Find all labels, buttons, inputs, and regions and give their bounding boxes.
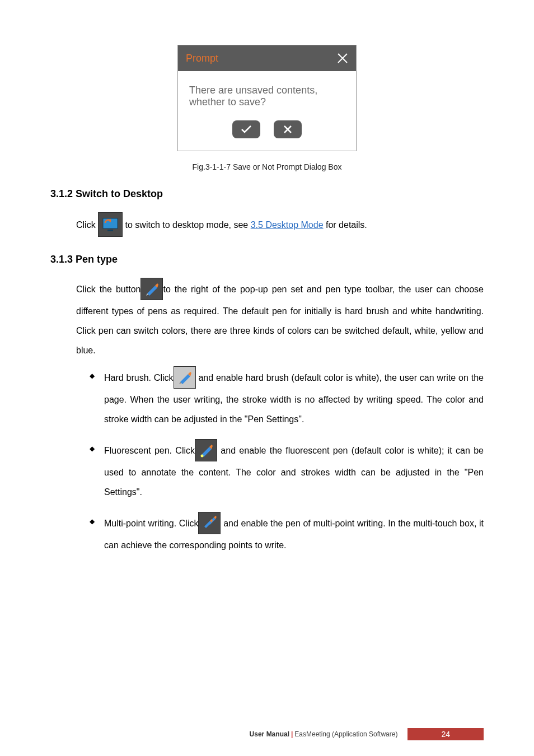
footer-divider: | <box>291 730 293 738</box>
switch-desktop-icon[interactable] <box>98 212 123 237</box>
text-312-end: for details. <box>326 220 367 230</box>
dialog-message-line2: whether to save? <box>189 96 345 108</box>
cancel-button[interactable] <box>274 120 302 138</box>
heading-312: 3.1.2 Switch to Desktop <box>50 188 484 200</box>
close-icon[interactable] <box>335 50 350 66</box>
figure-caption: Fig.3-1-1-7 Save or Not Prompt Dialog Bo… <box>50 162 484 171</box>
svg-rect-1 <box>107 230 113 231</box>
bullet-hard-brush: Hard brush. Click and enable hard brush … <box>90 367 484 429</box>
bullet-fluorescent: Fluorescent pen. Click and enable the fl… <box>90 440 484 502</box>
text-312-pre: Click <box>76 220 98 230</box>
prompt-dialog: Prompt There are unsaved contents, wheth… <box>177 45 357 151</box>
bullet-hard-brush-pre: Hard brush. Click <box>104 373 174 382</box>
text-312-post: to switch to desktop mode, see <box>125 220 251 230</box>
fluorescent-pen-icon[interactable] <box>195 439 217 461</box>
heading-313: 3.1.3 Pen type <box>50 254 484 265</box>
dialog-title: Prompt <box>186 53 218 64</box>
paragraph-312: Click to switch to desktop mode, see 3.5… <box>76 213 484 238</box>
bullet-fluorescent-pre: Fluorescent pen. Click <box>104 446 195 455</box>
text-313-intro-post: to the right of the pop-up pen set and p… <box>76 284 484 355</box>
bullet-multipoint-pre: Multi-point writing. Click <box>104 519 198 529</box>
page-number: 24 <box>407 728 484 740</box>
hard-brush-icon[interactable] <box>174 366 196 389</box>
pen-type-bullets: Hard brush. Click and enable hard brush … <box>90 367 484 556</box>
dialog-body: There are unsaved contents, whether to s… <box>178 71 356 151</box>
confirm-button[interactable] <box>232 120 260 138</box>
svg-point-2 <box>201 454 204 457</box>
dialog-header: Prompt <box>178 45 356 71</box>
dialog-message-line1: There are unsaved contents, <box>189 85 345 96</box>
prompt-dialog-figure: Prompt There are unsaved contents, wheth… <box>50 45 484 151</box>
dialog-actions <box>189 120 345 138</box>
multi-point-pen-icon[interactable] <box>198 512 221 534</box>
footer-right: EasMeeting (Application Software) <box>294 730 397 738</box>
text-313-intro-pre: Click the button <box>76 284 140 294</box>
footer-left: User Manual <box>250 730 289 738</box>
desktop-mode-link[interactable]: 3.5 Desktop Mode <box>251 220 324 230</box>
page-footer: User Manual | EasMeeting (Application So… <box>50 728 484 740</box>
bullet-multipoint: Multi-point writing. Click and enable th… <box>90 513 484 555</box>
pen-icon[interactable] <box>140 278 163 300</box>
paragraph-313-intro: Click the button to the right of the pop… <box>76 279 484 361</box>
